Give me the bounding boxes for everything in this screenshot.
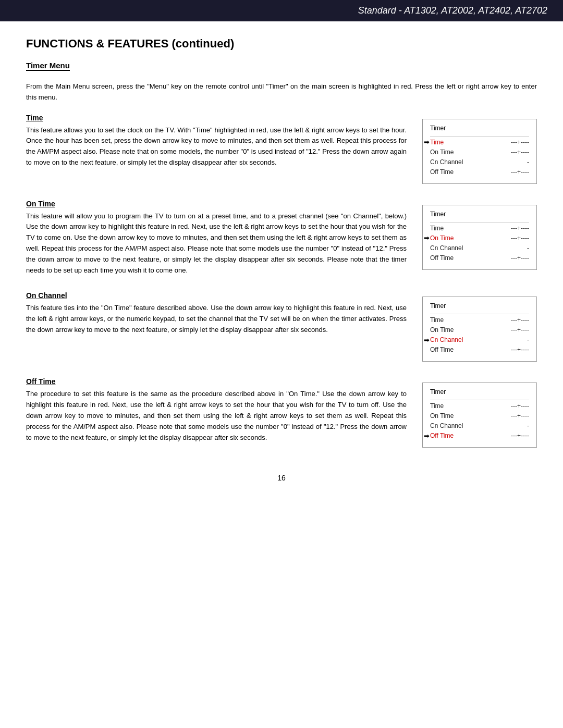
time-menu-row-channel: Cn Channel - (430, 158, 529, 166)
on-channel-text-col: On Channel This feature ties into the "O… (26, 291, 407, 362)
on-time-menu-row-time: Time ---+---- (430, 225, 529, 232)
on-channel-menu-row-channel: ➡ Cn Channel - (430, 336, 529, 343)
on-time-menu-row-channel: Cn Channel - (430, 244, 529, 252)
timer-menu-heading: Timer Menu (26, 61, 70, 71)
off-time-section: Off Time The procedure to set this featu… (26, 377, 537, 448)
time-menu-title: Timer (430, 125, 529, 132)
time-text-col: Time This feature allows you to set the … (26, 114, 407, 184)
off-time-heading: Off Time (26, 377, 407, 386)
on-time-text-col: On Time This feature will allow you to p… (26, 200, 407, 276)
time-menu-box: Timer ➡ Time ---+---- On Time ---+---- C… (422, 119, 537, 184)
page-title: FUNCTIONS & FEATURES (continued) (26, 37, 537, 51)
on-time-arrow-ontime: ➡ (424, 234, 430, 242)
off-time-body: The procedure to set this feature is the… (26, 389, 407, 443)
header-text: Standard - AT1302, AT2002, AT2402, AT270… (358, 5, 547, 16)
page-number: 16 (26, 463, 537, 492)
off-time-menu-row-channel: Cn Channel - (430, 422, 529, 429)
on-channel-menu-row-offtime: Off Time ---+---- (430, 346, 529, 353)
header-bar: Standard - AT1302, AT2002, AT2402, AT270… (0, 0, 563, 21)
timer-menu-section: Timer Menu (26, 61, 537, 77)
on-channel-menu-row-ontime: On Time ---+---- (430, 326, 529, 334)
time-menu-row-time: ➡ Time ---+---- (430, 139, 529, 146)
off-time-menu-title: Timer (430, 388, 529, 396)
timer-menu-intro: From the Main Menu screen, press the "Me… (26, 81, 537, 103)
on-channel-section: On Channel This feature ties into the "O… (26, 291, 537, 362)
on-time-body: This feature will allow you to program t… (26, 211, 407, 276)
on-time-heading: On Time (26, 200, 407, 208)
time-menu-row-offtime: Off Time ---+---- (430, 168, 529, 176)
off-time-menu-row-ontime: On Time ---+---- (430, 412, 529, 419)
on-time-menu-row-ontime: ➡ On Time ---+---- (430, 235, 529, 242)
timer-menu-intro-text: From the Main Menu screen, press the "Me… (26, 81, 537, 103)
on-channel-body: This feature ties into the "On Time" fea… (26, 303, 407, 335)
off-time-arrow-offtime: ➡ (424, 432, 430, 440)
on-time-menu-row-offtime: Off Time ---+---- (430, 254, 529, 262)
time-section: Time This feature allows you to set the … (26, 114, 537, 184)
on-time-section: On Time This feature will allow you to p… (26, 200, 537, 276)
on-channel-menu-title: Timer (430, 302, 529, 310)
on-channel-menu-row-time: Time ---+---- (430, 316, 529, 324)
page-content: FUNCTIONS & FEATURES (continued) Timer M… (0, 21, 563, 519)
on-channel-heading: On Channel (26, 291, 407, 300)
time-heading: Time (26, 114, 407, 122)
time-arrow-time: ➡ (424, 138, 430, 146)
off-time-menu-row-time: Time ---+---- (430, 402, 529, 410)
on-time-menu-title: Timer (430, 211, 529, 218)
on-channel-arrow-channel: ➡ (424, 336, 430, 344)
time-menu-row-ontime: On Time ---+---- (430, 149, 529, 156)
off-time-menu-row-offtime: ➡ Off Time ---+---- (430, 432, 529, 439)
on-time-menu-box: Timer Time ---+---- ➡ On Time ---+---- C… (422, 205, 537, 270)
off-time-text-col: Off Time The procedure to set this featu… (26, 377, 407, 448)
on-channel-menu-box: Timer Time ---+---- On Time ---+---- ➡ C… (422, 297, 537, 362)
off-time-menu-box: Timer Time ---+---- On Time ---+---- Cn … (422, 382, 537, 448)
time-body: This feature allows you to set the clock… (26, 125, 407, 168)
